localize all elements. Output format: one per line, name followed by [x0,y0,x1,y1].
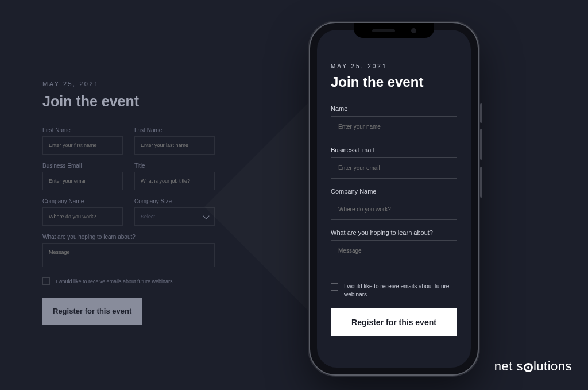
consent-text: I would like to receive emails about fut… [56,279,173,284]
mobile-page-title: Join the event [331,74,457,90]
mobile-name-input[interactable] [331,116,457,137]
mobile-email-label: Business Email [331,146,457,153]
desktop-form: MAY 25, 2021 Join the event First Name L… [42,80,215,325]
row-company: Company Name Company Size Select [42,198,215,226]
phone-side-button [480,103,482,123]
brand-part1: net s [494,359,523,374]
mobile-consent-checkbox[interactable] [331,283,338,291]
mobile-register-button[interactable]: Register for this event [331,308,457,336]
first-name-label: First Name [42,127,123,133]
title-label: Title [134,163,215,169]
mobile-consent-text: I would like to receive emails about fut… [344,283,457,298]
event-date: MAY 25, 2021 [42,80,215,87]
mobile-topic-textarea[interactable] [331,240,457,271]
first-name-input[interactable] [42,136,123,155]
mobile-name-label: Name [331,105,457,112]
mobile-topic-label: What are you hoping to learn about? [331,229,457,236]
company-input[interactable] [42,207,123,226]
last-name-label: Last Name [134,127,215,133]
chevron-down-icon [203,213,209,219]
row-name: First Name Last Name [42,127,215,155]
topic-textarea[interactable] [42,243,215,267]
mobile-event-date: MAY 25, 2021 [331,63,457,69]
email-label: Business Email [42,163,123,169]
company-size-value: Select [141,214,155,219]
row-contact: Business Email Title [42,163,215,190]
topic-label: What are you hoping to learn about? [42,234,215,240]
company-label: Company Name [42,198,123,204]
layout-divider [253,0,253,390]
mobile-email-input[interactable] [331,157,457,179]
page-title: Join the event [42,93,215,110]
camera-icon [411,28,416,33]
company-size-label: Company Size [134,198,215,204]
phone-side-button [480,129,482,160]
email-input[interactable] [42,172,123,190]
phone-frame: MAY 25, 2021 Join the event Name Busines… [310,23,478,374]
phone-notch [354,23,434,38]
company-size-select[interactable]: Select [134,207,215,226]
brand-logo: net slutions [494,359,572,374]
speaker-icon [372,29,395,32]
consent-checkbox[interactable] [42,277,50,285]
mobile-company-label: Company Name [331,188,457,195]
register-button[interactable]: Register for this event [42,298,142,325]
mobile-consent-row: I would like to receive emails about fut… [331,283,457,298]
brand-part2: lutions [533,359,572,374]
last-name-input[interactable] [134,136,215,155]
phone-screen: MAY 25, 2021 Join the event Name Busines… [317,30,471,368]
consent-row: I would like to receive emails about fut… [42,277,215,285]
phone-side-button [480,167,482,198]
title-input[interactable] [134,172,215,190]
mobile-company-input[interactable] [331,199,457,220]
brand-o-icon [524,363,533,372]
